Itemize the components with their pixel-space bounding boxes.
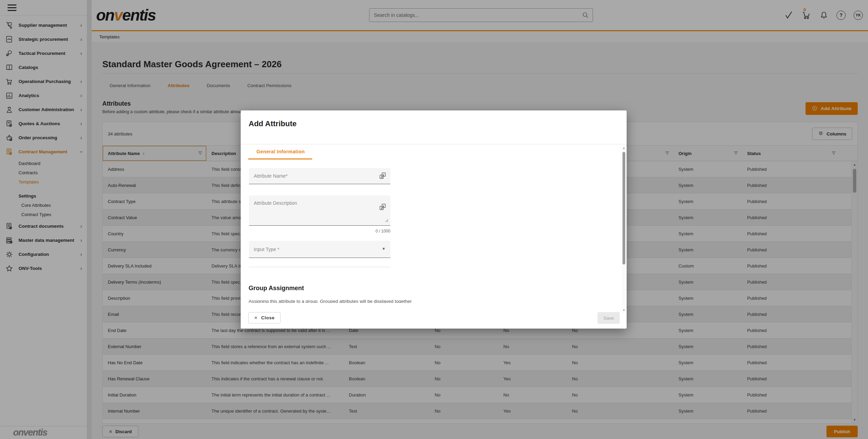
- scroll-down-icon[interactable]: ▼: [622, 309, 626, 312]
- add-attribute-modal: Add Attribute General Information Attrib…: [241, 110, 627, 329]
- attribute-name-field[interactable]: Attribute Name* Az: [249, 168, 390, 184]
- group-assignment-text: Assigning this attribute to a group. Gro…: [249, 299, 413, 303]
- scroll-up-icon[interactable]: ▲: [622, 146, 626, 150]
- modal-scrollbar-thumb[interactable]: [623, 152, 625, 264]
- attribute-description-placeholder: Attribute Description: [254, 200, 297, 206]
- input-type-placeholder: Input Type *: [254, 247, 279, 252]
- chevron-down-icon: ▼: [382, 247, 386, 251]
- attribute-name-placeholder: Attribute Name*: [254, 173, 288, 179]
- close-icon: ×: [254, 315, 258, 321]
- modal-save-button[interactable]: Save: [597, 312, 620, 324]
- svg-text:z: z: [383, 204, 385, 207]
- app-root: Supplier management›Strategic procuremen…: [0, 0, 868, 439]
- svg-text:A: A: [381, 176, 383, 179]
- resize-handle-icon[interactable]: [385, 218, 389, 224]
- char-counter: 0 / 1000: [249, 229, 390, 234]
- translate-icon[interactable]: Az: [379, 203, 387, 213]
- svg-text:z: z: [383, 173, 385, 176]
- active-tab-underline: [248, 158, 312, 159]
- svg-text:A: A: [381, 207, 383, 210]
- group-assignment-heading: Group Assignment: [249, 285, 304, 292]
- modal-scrollbar[interactable]: ▲ ▼: [622, 145, 626, 313]
- attribute-description-field[interactable]: Attribute Description Az: [249, 195, 390, 226]
- tab-general-information[interactable]: General Information: [256, 149, 305, 154]
- section-divider: [249, 267, 390, 267]
- modal-close-button[interactable]: × Close: [248, 312, 281, 323]
- translate-icon[interactable]: Az: [379, 172, 387, 181]
- modal-divider: [241, 144, 627, 144]
- modal-title: Add Attribute: [249, 119, 297, 128]
- input-type-select[interactable]: Input Type * ▼: [249, 241, 390, 258]
